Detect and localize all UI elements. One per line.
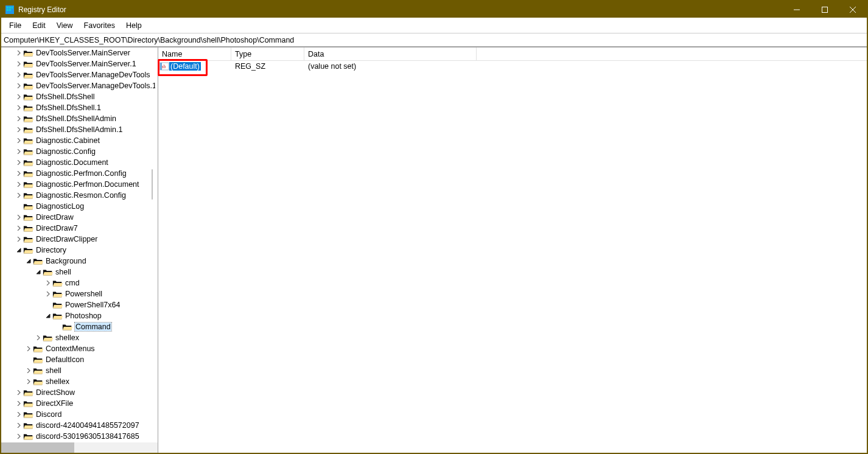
tree-horizontal-scrollbar[interactable] [1, 442, 158, 453]
chevron-down-icon[interactable] [34, 267, 43, 278]
chevron-right-icon[interactable] [15, 420, 23, 431]
tree-node[interactable]: DirectXFile [1, 398, 158, 409]
tree-node[interactable]: shell [1, 267, 158, 278]
tree-node[interactable]: DirectShow [1, 387, 158, 398]
menu-edit[interactable]: Edit [27, 19, 51, 32]
tree-node[interactable]: Discord [1, 409, 158, 420]
chevron-right-icon[interactable] [44, 278, 52, 288]
chevron-down-icon[interactable] [44, 310, 52, 321]
menu-help[interactable]: Help [121, 19, 147, 32]
tree-node[interactable]: DfsShell.DfsShellAdmin [1, 113, 158, 124]
chevron-right-icon[interactable] [15, 234, 23, 245]
tree-node[interactable]: DfsShell.DfsShell.1 [1, 102, 158, 113]
tree-vertical-scrollbar-thumb[interactable] [152, 169, 153, 200]
tree-node[interactable]: Directory [1, 245, 158, 256]
tree-label: DirectShow [36, 388, 75, 397]
tree-pane[interactable]: DevToolsServer.MainServerDevToolsServer.… [1, 47, 158, 453]
chevron-right-icon[interactable] [15, 431, 23, 442]
chevron-right-icon[interactable] [15, 124, 23, 135]
chevron-down-icon[interactable] [15, 245, 23, 256]
address-bar[interactable]: Computer\HKEY_CLASSES_ROOT\Directory\Bac… [1, 33, 867, 47]
tree-node[interactable]: Photoshop [1, 310, 158, 321]
tree-node[interactable]: discord-530196305138417685 [1, 431, 158, 442]
column-header-name[interactable]: Name [158, 47, 231, 60]
svg-rect-5 [12, 7, 13, 9]
tree-node[interactable]: DirectDraw [1, 212, 158, 223]
tree-node[interactable]: shellex [1, 376, 158, 387]
tree-node[interactable]: cmd [1, 278, 158, 288]
menu-file[interactable]: File [4, 19, 27, 32]
tree-node[interactable]: Diagnostic.Perfmon.Config [1, 168, 158, 179]
chevron-right-icon[interactable] [15, 409, 23, 420]
folder-icon [23, 169, 34, 178]
chevron-right-icon[interactable] [15, 102, 23, 113]
chevron-right-icon[interactable] [44, 288, 52, 299]
tree-node[interactable]: ContextMenus [1, 343, 158, 354]
minimize-button[interactable] [783, 1, 811, 18]
tree-node[interactable]: DfsShell.DfsShell [1, 91, 158, 102]
chevron-right-icon[interactable] [34, 332, 43, 343]
tree-label: Diagnostic.Resmon.Config [36, 191, 126, 200]
tree-node[interactable]: PowerShell7x64 [1, 299, 158, 310]
tree-node[interactable]: DevToolsServer.MainServer [1, 47, 158, 58]
chevron-right-icon[interactable] [15, 146, 23, 157]
values-pane[interactable]: Name Type Data (Default)REG_SZ(value not… [158, 47, 867, 453]
tree-node[interactable]: Diagnostic.Document [1, 157, 158, 168]
chevron-right-icon[interactable] [15, 91, 23, 102]
tree-node[interactable]: discord-424004941485572097 [1, 420, 158, 431]
chevron-right-icon[interactable] [15, 58, 23, 69]
chevron-right-icon[interactable] [15, 113, 23, 124]
tree-node[interactable]: DirectDraw7 [1, 223, 158, 234]
chevron-right-icon[interactable] [15, 157, 23, 168]
tree-node[interactable]: Diagnostic.Resmon.Config [1, 190, 158, 201]
chevron-right-icon[interactable] [15, 168, 23, 179]
chevron-right-icon[interactable] [24, 376, 33, 387]
maximize-button[interactable] [811, 1, 839, 18]
column-header-data[interactable]: Data [304, 47, 477, 60]
tree-node[interactable]: Diagnostic.Cabinet [1, 135, 158, 146]
chevron-right-icon[interactable] [15, 80, 23, 91]
titlebar[interactable]: Registry Editor [1, 1, 867, 18]
tree-node[interactable]: DevToolsServer.MainServer.1 [1, 58, 158, 69]
menu-view[interactable]: View [51, 19, 79, 32]
tree-node[interactable]: DefaultIcon [1, 354, 158, 365]
folder-icon [23, 82, 34, 90]
menu-favorites[interactable]: Favorites [79, 19, 121, 32]
chevron-right-icon[interactable] [15, 69, 23, 80]
tree-node[interactable]: DiagnosticLog [1, 201, 158, 212]
tree-node[interactable]: Background [1, 256, 158, 267]
tree-node[interactable]: DevToolsServer.ManageDevTools.1 [1, 80, 158, 91]
folder-icon [23, 136, 34, 145]
tree-node[interactable]: shell [1, 365, 158, 376]
chevron-none [54, 321, 62, 332]
chevron-right-icon[interactable] [24, 343, 33, 354]
chevron-right-icon[interactable] [15, 179, 23, 190]
tree-node[interactable]: Diagnostic.Perfmon.Document [1, 179, 158, 190]
chevron-right-icon[interactable] [24, 365, 33, 376]
value-row[interactable]: (Default)REG_SZ(value not set) [158, 61, 867, 72]
tree-node[interactable]: DfsShell.DfsShellAdmin.1 [1, 124, 158, 135]
tree-node[interactable]: Diagnostic.Config [1, 146, 158, 157]
chevron-right-icon[interactable] [15, 47, 23, 58]
svg-rect-7 [822, 7, 828, 12]
tree-label: shell [55, 268, 71, 276]
chevron-right-icon[interactable] [15, 190, 23, 201]
chevron-right-icon[interactable] [15, 212, 23, 223]
svg-marker-13 [46, 314, 50, 318]
tree-node[interactable]: Powershell [1, 288, 158, 299]
tree-horizontal-scrollbar-thumb[interactable] [1, 442, 74, 453]
tree-node[interactable]: shellex [1, 332, 158, 343]
chevron-right-icon[interactable] [15, 387, 23, 398]
tree-node[interactable]: DevToolsServer.ManageDevTools [1, 69, 158, 80]
tree-node[interactable]: DirectDrawClipper [1, 234, 158, 245]
close-button[interactable] [839, 1, 867, 18]
tree-label: Discord [36, 410, 61, 419]
tree-label: Diagnostic.Perfmon.Config [36, 169, 127, 178]
column-header-type[interactable]: Type [231, 47, 304, 60]
chevron-right-icon[interactable] [15, 223, 23, 234]
chevron-right-icon[interactable] [15, 135, 23, 146]
tree-node[interactable]: Command [1, 321, 158, 332]
tree-label: shellex [55, 334, 79, 342]
chevron-down-icon[interactable] [24, 256, 33, 267]
chevron-right-icon[interactable] [15, 398, 23, 409]
